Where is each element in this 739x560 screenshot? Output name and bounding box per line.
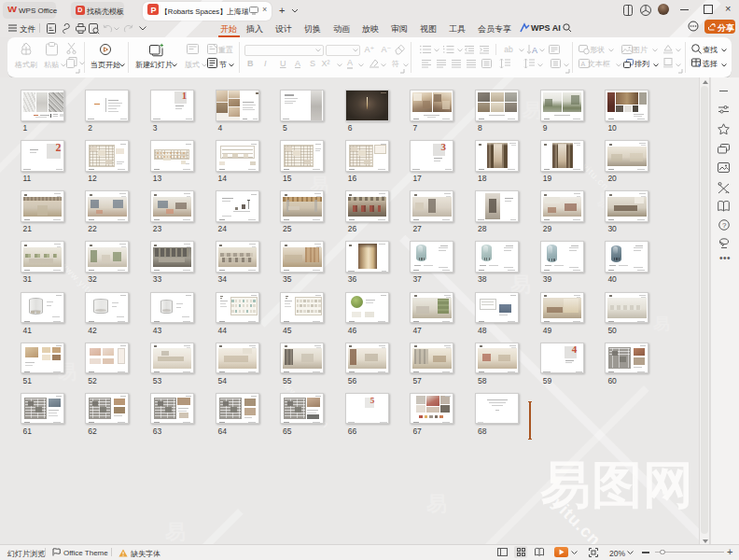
svg-text:?: ? [722,221,727,230]
svg-text:A: A [581,61,586,67]
svg-text:A: A [532,46,537,55]
